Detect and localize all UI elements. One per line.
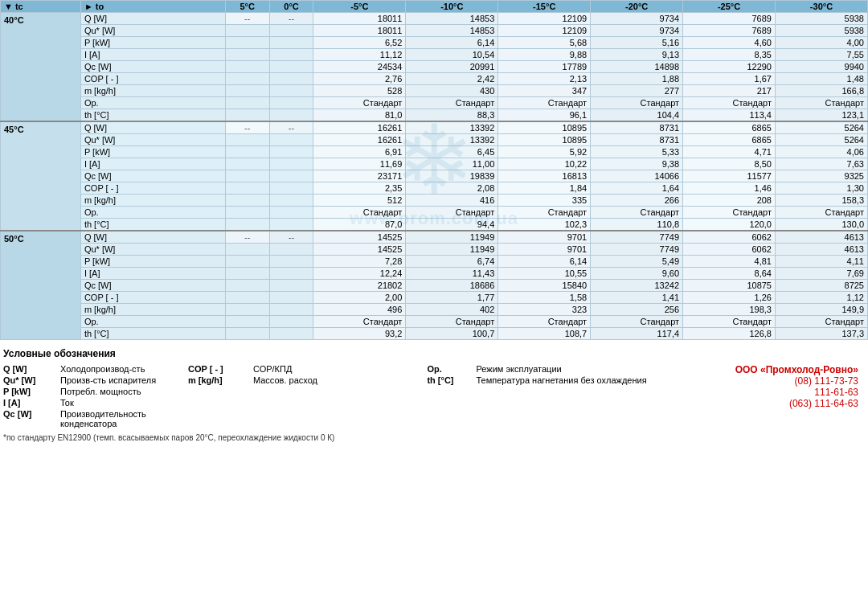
data-cell: [225, 280, 269, 292]
legend-item: I [A]Ток: [3, 398, 188, 408]
phone-3: (063) 111-64-63: [658, 398, 858, 409]
data-cell: [225, 219, 269, 231]
data-cell: 14525: [313, 244, 406, 256]
data-cell: 1,41: [591, 292, 683, 304]
data-cell: Стандарт: [591, 316, 683, 328]
legend-desc: Ток: [60, 398, 74, 408]
legend-item: m [kg/h]Массов. расход: [188, 375, 419, 385]
data-cell: 96,1: [498, 109, 591, 122]
legend-item: Qu* [W]Произв-сть испарителя: [3, 375, 188, 385]
data-cell: [269, 109, 313, 122]
table-row: COP [ - ]2,762,422,131,881,671,48: [1, 73, 868, 85]
data-cell: 2,08: [406, 182, 498, 195]
data-cell: 20991: [406, 61, 498, 73]
header-tc: ▼ tc: [1, 1, 81, 13]
data-cell: [269, 146, 313, 158]
header-temp-1: 0°C: [269, 1, 313, 13]
data-cell: [225, 134, 269, 146]
data-cell: [269, 85, 313, 97]
data-cell: 14853: [406, 13, 498, 25]
data-cell: 4613: [775, 231, 867, 244]
data-cell: 113,4: [683, 109, 776, 122]
data-cell: [225, 256, 269, 268]
data-cell: Стандарт: [313, 207, 406, 219]
data-cell: 7,63: [775, 158, 867, 170]
data-cell: [225, 97, 269, 109]
legend-symbol: I [A]: [3, 398, 55, 408]
data-cell: 347: [498, 85, 591, 97]
data-cell: 10,22: [498, 158, 591, 170]
data-cell: 5,92: [498, 146, 591, 158]
data-cell: 18011: [313, 13, 406, 25]
data-cell: [269, 97, 313, 109]
data-cell: 8,64: [683, 268, 776, 280]
data-cell: [269, 328, 313, 340]
data-cell: 6,74: [406, 256, 498, 268]
data-cell: 4,00: [775, 37, 867, 49]
data-cell: 158,3: [775, 195, 867, 207]
data-cell: 7689: [683, 25, 776, 37]
table-row: COP [ - ]2,001,771,581,411,261,12: [1, 292, 868, 304]
data-cell: 6062: [683, 244, 776, 256]
footer-col-brand: ООО «Промхолод-Ровно» (08) 111-73-73 111…: [658, 364, 865, 430]
data-cell: --: [269, 231, 313, 244]
row-label: m [kg/h]: [80, 85, 225, 97]
table-header-row: ▼ tc ► to 5°C 0°C -5°C -10°C -15°C -20°C…: [1, 1, 868, 13]
data-cell: 8,50: [683, 158, 776, 170]
row-label: Op.: [80, 207, 225, 219]
header-to: ► to: [80, 1, 225, 13]
data-cell: 12,24: [313, 268, 406, 280]
table-row: m [kg/h]496402323256198,3149,9: [1, 304, 868, 316]
data-cell: [269, 244, 313, 256]
data-cell: 4,60: [683, 37, 776, 49]
data-cell: 1,58: [498, 292, 591, 304]
data-cell: 266: [591, 195, 683, 207]
data-cell: 87,0: [313, 219, 406, 231]
data-cell: 11,69: [313, 158, 406, 170]
data-cell: 13242: [591, 280, 683, 292]
phone-2: 111-61-63: [658, 387, 858, 398]
data-cell: 13392: [406, 134, 498, 146]
data-cell: 93,2: [313, 328, 406, 340]
legend-desc: Производительность конденсатора: [60, 409, 188, 428]
row-label: th [°C]: [80, 219, 225, 231]
data-cell: 4,06: [775, 146, 867, 158]
data-cell: --: [225, 231, 269, 244]
table-row: COP [ - ]2,352,081,841,641,461,30: [1, 182, 868, 195]
data-cell: 528: [313, 85, 406, 97]
data-cell: --: [269, 121, 313, 134]
table-row: th [°C]93,2100,7108,7117,4126,8137,3: [1, 328, 868, 340]
data-cell: 6,45: [406, 146, 498, 158]
footer-col-3: Op.Режим эксплуатацииth [°C]Температура …: [419, 364, 657, 430]
data-cell: Стандарт: [683, 97, 776, 109]
data-cell: 12290: [683, 61, 776, 73]
data-cell: 402: [406, 304, 498, 316]
data-cell: [269, 207, 313, 219]
data-cell: 7,28: [313, 256, 406, 268]
data-cell: 120,0: [683, 219, 776, 231]
data-cell: [269, 37, 313, 49]
table-row: I [A]11,1210,549,889,138,357,55: [1, 49, 868, 61]
data-cell: 88,3: [406, 109, 498, 122]
data-cell: 13392: [406, 121, 498, 134]
row-label: Q [W]: [80, 13, 225, 25]
data-cell: 6,14: [498, 256, 591, 268]
data-cell: 9,38: [591, 158, 683, 170]
data-cell: 12109: [498, 13, 591, 25]
row-label: Qu* [W]: [80, 134, 225, 146]
data-cell: [269, 73, 313, 85]
header-temp-3: -10°C: [406, 1, 498, 13]
header-temp-0: 5°C: [225, 1, 269, 13]
legend-symbol: th [°C]: [427, 375, 471, 385]
data-cell: 416: [406, 195, 498, 207]
data-cell: 208: [683, 195, 776, 207]
row-label: COP [ - ]: [80, 182, 225, 195]
data-cell: [225, 292, 269, 304]
footer-col-2: COP [ - ]СОР/КПДm [kg/h]Массов. расход: [188, 364, 419, 430]
data-cell: 104,4: [591, 109, 683, 122]
data-cell: [225, 170, 269, 182]
data-cell: [269, 195, 313, 207]
data-cell: 123,1: [775, 109, 867, 122]
data-cell: 5,49: [591, 256, 683, 268]
data-cell: [225, 25, 269, 37]
